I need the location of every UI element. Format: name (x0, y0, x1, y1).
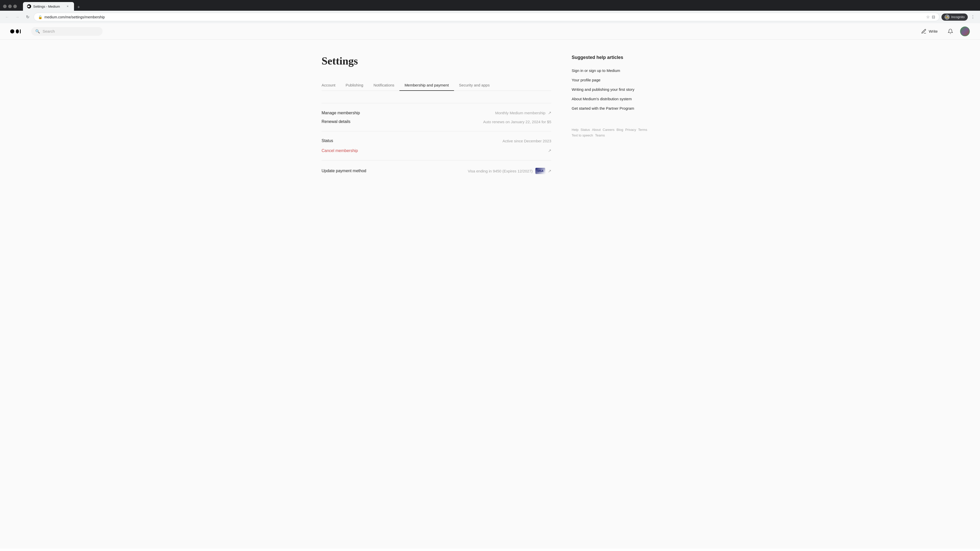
main-content: Settings Account Publishing Notification… (311, 40, 669, 197)
write-label: Write (929, 29, 938, 33)
status-row: Status Active since December 2023 (321, 138, 551, 143)
footer-careers[interactable]: Careers (603, 128, 614, 132)
payment-link-icon[interactable]: ↗ (548, 168, 551, 173)
search-icon: 🔍 (35, 29, 40, 34)
page-title: Settings (321, 55, 551, 67)
payment-section: Update payment method Visa ending in 945… (321, 160, 551, 181)
footer-tts[interactable]: Text to speech (572, 133, 593, 137)
search-placeholder: Search (43, 29, 55, 33)
footer-teams[interactable]: Teams (595, 133, 605, 137)
help-link-profile[interactable]: Your profile page (572, 76, 653, 84)
maximize-window-button[interactable] (13, 5, 17, 8)
footer-links: Help Status About Careers Blog Privacy T… (572, 128, 653, 137)
help-link-distribution[interactable]: About Medium's distribution system (572, 95, 653, 103)
help-links-list: Sign in or sign up to Medium Your profil… (572, 66, 653, 113)
footer-status[interactable]: Status (581, 128, 590, 132)
svg-point-3 (16, 29, 19, 33)
forward-button[interactable]: → (13, 13, 21, 21)
page-wrapper: 🔍 Search Write Settings Account Publ (0, 23, 980, 549)
chrome-menu-button[interactable]: ⋮ (969, 13, 977, 21)
visa-logo: VISA (537, 169, 543, 172)
cancel-link-icon[interactable]: ↗ (548, 148, 551, 153)
active-tab[interactable]: Settings - Medium × (23, 2, 74, 11)
incognito-badge: 🕵 Incognito (942, 14, 968, 21)
lock-icon: 🔒 (38, 15, 42, 19)
content-left: Settings Account Publishing Notification… (321, 55, 551, 181)
footer-about[interactable]: About (592, 128, 601, 132)
tab-title: Settings - Medium (33, 5, 63, 8)
status-section: Status Active since December 2023 Cancel… (321, 131, 551, 160)
tab-favicon (27, 4, 31, 8)
browser-nav-bar: ← → ↻ 🔒 medium.com/me/settings/membershi… (0, 11, 980, 23)
footer-terms[interactable]: Terms (638, 128, 647, 132)
minimize-window-button[interactable] (8, 5, 12, 8)
medium-logo[interactable] (10, 28, 23, 35)
browser-tabs: Settings - Medium × + (21, 2, 84, 11)
manage-membership-row: Manage membership Monthly Medium members… (321, 110, 551, 115)
browser-chrome: Settings - Medium × + ← → ↻ 🔒 medium.com… (0, 0, 980, 23)
help-sidebar: Suggested help articles Sign in or sign … (572, 55, 653, 181)
renewal-value: Auto renews on January 22, 2024 for $5 (483, 120, 551, 124)
manage-membership-link-icon[interactable]: ↗ (548, 110, 551, 115)
tab-notifications[interactable]: Notifications (368, 80, 399, 91)
status-label: Status (321, 138, 333, 143)
tab-close-button[interactable]: × (65, 4, 70, 9)
new-tab-button[interactable]: + (75, 3, 82, 11)
back-button[interactable]: ← (3, 13, 11, 21)
svg-point-2 (10, 29, 14, 33)
help-link-partner[interactable]: Get started with the Partner Program (572, 104, 653, 113)
notifications-button[interactable] (946, 27, 955, 36)
manage-membership-value: Monthly Medium membership ↗ (495, 110, 551, 115)
renewal-row: Renewal details Auto renews on January 2… (321, 119, 551, 124)
address-bar[interactable]: 🔒 medium.com/me/settings/membership ☆ ⊟ (34, 13, 939, 21)
manage-membership-label: Manage membership (321, 111, 360, 115)
bell-icon (948, 29, 953, 34)
incognito-icon: 🕵 (945, 14, 950, 20)
svg-rect-1 (29, 5, 30, 7)
tab-account[interactable]: Account (321, 80, 340, 91)
tab-publishing[interactable]: Publishing (340, 80, 368, 91)
manage-membership-section: Manage membership Monthly Medium members… (321, 103, 551, 131)
status-value: Active since December 2023 (503, 139, 551, 143)
address-url: medium.com/me/settings/membership (45, 15, 924, 19)
title-bar: Settings - Medium × + (0, 0, 980, 11)
payment-details: Visa ending in 9450 (Expires 12/2027) (468, 169, 533, 173)
site-nav: 🔍 Search Write (0, 23, 980, 40)
user-avatar[interactable] (960, 27, 970, 36)
membership-type: Monthly Medium membership (495, 111, 546, 115)
svg-rect-4 (20, 29, 21, 33)
cancel-membership-link[interactable]: Cancel membership (321, 148, 358, 153)
help-title: Suggested help articles (572, 55, 653, 60)
payment-value-area: Visa ending in 9450 (Expires 12/2027) VI… (468, 168, 551, 174)
reader-view-icon[interactable]: ⊟ (932, 14, 935, 19)
close-window-button[interactable] (3, 5, 6, 8)
renewal-label: Renewal details (321, 119, 350, 124)
search-bar[interactable]: 🔍 Search (31, 27, 103, 36)
refresh-button[interactable]: ↻ (24, 13, 32, 21)
payment-label: Update payment method (321, 168, 366, 173)
help-link-signin[interactable]: Sign in or sign up to Medium (572, 66, 653, 75)
window-controls (3, 5, 17, 8)
settings-tabs: Account Publishing Notifications Members… (321, 80, 551, 91)
tab-security[interactable]: Security and apps (454, 80, 495, 91)
chrome-menu-area: 🕵 Incognito ⋮ (942, 13, 977, 21)
write-icon (921, 29, 927, 34)
bookmark-icon[interactable]: ☆ (926, 14, 930, 19)
payment-row: Update payment method Visa ending in 945… (321, 168, 551, 174)
footer-privacy[interactable]: Privacy (625, 128, 636, 132)
footer-help[interactable]: Help (572, 128, 579, 132)
help-link-writing[interactable]: Writing and publishing your first story (572, 85, 653, 94)
write-button[interactable]: Write (918, 27, 941, 36)
footer-blog[interactable]: Blog (617, 128, 623, 132)
cancel-row: Cancel membership ↗ (321, 148, 551, 153)
svg-point-0 (27, 6, 29, 7)
visa-card-icon: VISA (535, 168, 546, 174)
incognito-label: Incognito (951, 15, 965, 19)
tab-membership[interactable]: Membership and payment (399, 80, 454, 91)
